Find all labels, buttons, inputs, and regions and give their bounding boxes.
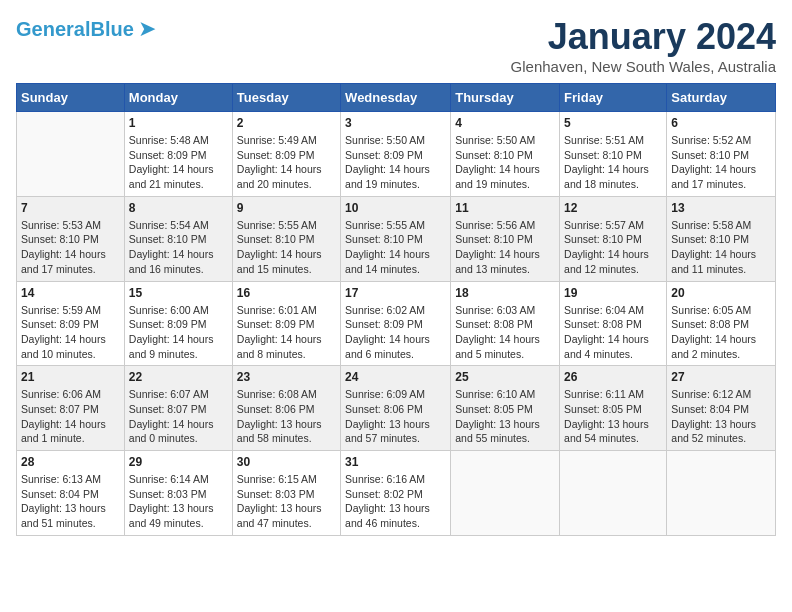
calendar-week-row: 1Sunrise: 5:48 AM Sunset: 8:09 PM Daylig… xyxy=(17,112,776,197)
calendar-cell: 10Sunrise: 5:55 AM Sunset: 8:10 PM Dayli… xyxy=(341,196,451,281)
calendar-cell: 29Sunrise: 6:14 AM Sunset: 8:03 PM Dayli… xyxy=(124,451,232,536)
day-info: Sunrise: 5:50 AM Sunset: 8:10 PM Dayligh… xyxy=(455,133,555,192)
day-number: 30 xyxy=(237,455,336,469)
calendar-week-row: 7Sunrise: 5:53 AM Sunset: 8:10 PM Daylig… xyxy=(17,196,776,281)
header-friday: Friday xyxy=(560,84,667,112)
calendar-cell: 14Sunrise: 5:59 AM Sunset: 8:09 PM Dayli… xyxy=(17,281,125,366)
day-number: 27 xyxy=(671,370,771,384)
day-number: 8 xyxy=(129,201,228,215)
calendar-cell: 18Sunrise: 6:03 AM Sunset: 8:08 PM Dayli… xyxy=(451,281,560,366)
day-info: Sunrise: 6:01 AM Sunset: 8:09 PM Dayligh… xyxy=(237,303,336,362)
calendar-cell: 17Sunrise: 6:02 AM Sunset: 8:09 PM Dayli… xyxy=(341,281,451,366)
page-header: GeneralBlue ➤ January 2024 Glenhaven, Ne… xyxy=(16,16,776,75)
day-info: Sunrise: 6:16 AM Sunset: 8:02 PM Dayligh… xyxy=(345,472,446,531)
day-number: 22 xyxy=(129,370,228,384)
calendar-cell xyxy=(667,451,776,536)
calendar-cell: 27Sunrise: 6:12 AM Sunset: 8:04 PM Dayli… xyxy=(667,366,776,451)
day-number: 11 xyxy=(455,201,555,215)
calendar-header-row: SundayMondayTuesdayWednesdayThursdayFrid… xyxy=(17,84,776,112)
calendar-cell: 28Sunrise: 6:13 AM Sunset: 8:04 PM Dayli… xyxy=(17,451,125,536)
day-info: Sunrise: 5:52 AM Sunset: 8:10 PM Dayligh… xyxy=(671,133,771,192)
calendar-cell: 30Sunrise: 6:15 AM Sunset: 8:03 PM Dayli… xyxy=(232,451,340,536)
calendar-cell: 4Sunrise: 5:50 AM Sunset: 8:10 PM Daylig… xyxy=(451,112,560,197)
day-number: 17 xyxy=(345,286,446,300)
calendar-cell: 20Sunrise: 6:05 AM Sunset: 8:08 PM Dayli… xyxy=(667,281,776,366)
logo-blue: Blue xyxy=(90,18,133,40)
day-info: Sunrise: 6:05 AM Sunset: 8:08 PM Dayligh… xyxy=(671,303,771,362)
day-number: 26 xyxy=(564,370,662,384)
header-tuesday: Tuesday xyxy=(232,84,340,112)
calendar-cell: 11Sunrise: 5:56 AM Sunset: 8:10 PM Dayli… xyxy=(451,196,560,281)
day-info: Sunrise: 5:56 AM Sunset: 8:10 PM Dayligh… xyxy=(455,218,555,277)
day-info: Sunrise: 6:13 AM Sunset: 8:04 PM Dayligh… xyxy=(21,472,120,531)
header-sunday: Sunday xyxy=(17,84,125,112)
location: Glenhaven, New South Wales, Australia xyxy=(511,58,776,75)
day-info: Sunrise: 6:11 AM Sunset: 8:05 PM Dayligh… xyxy=(564,387,662,446)
calendar-cell: 25Sunrise: 6:10 AM Sunset: 8:05 PM Dayli… xyxy=(451,366,560,451)
day-number: 29 xyxy=(129,455,228,469)
day-number: 12 xyxy=(564,201,662,215)
day-number: 6 xyxy=(671,116,771,130)
calendar-week-row: 21Sunrise: 6:06 AM Sunset: 8:07 PM Dayli… xyxy=(17,366,776,451)
calendar-cell xyxy=(560,451,667,536)
calendar-cell: 13Sunrise: 5:58 AM Sunset: 8:10 PM Dayli… xyxy=(667,196,776,281)
bird-icon: ➤ xyxy=(138,16,156,42)
day-info: Sunrise: 6:14 AM Sunset: 8:03 PM Dayligh… xyxy=(129,472,228,531)
day-number: 2 xyxy=(237,116,336,130)
calendar-cell: 16Sunrise: 6:01 AM Sunset: 8:09 PM Dayli… xyxy=(232,281,340,366)
day-info: Sunrise: 6:03 AM Sunset: 8:08 PM Dayligh… xyxy=(455,303,555,362)
header-wednesday: Wednesday xyxy=(341,84,451,112)
calendar-cell: 26Sunrise: 6:11 AM Sunset: 8:05 PM Dayli… xyxy=(560,366,667,451)
day-number: 21 xyxy=(21,370,120,384)
day-info: Sunrise: 6:08 AM Sunset: 8:06 PM Dayligh… xyxy=(237,387,336,446)
day-number: 4 xyxy=(455,116,555,130)
day-info: Sunrise: 5:48 AM Sunset: 8:09 PM Dayligh… xyxy=(129,133,228,192)
header-saturday: Saturday xyxy=(667,84,776,112)
day-number: 16 xyxy=(237,286,336,300)
logo-general: General xyxy=(16,18,90,40)
calendar-cell: 5Sunrise: 5:51 AM Sunset: 8:10 PM Daylig… xyxy=(560,112,667,197)
calendar-week-row: 14Sunrise: 5:59 AM Sunset: 8:09 PM Dayli… xyxy=(17,281,776,366)
day-info: Sunrise: 6:00 AM Sunset: 8:09 PM Dayligh… xyxy=(129,303,228,362)
calendar-cell: 15Sunrise: 6:00 AM Sunset: 8:09 PM Dayli… xyxy=(124,281,232,366)
day-info: Sunrise: 6:07 AM Sunset: 8:07 PM Dayligh… xyxy=(129,387,228,446)
day-info: Sunrise: 6:04 AM Sunset: 8:08 PM Dayligh… xyxy=(564,303,662,362)
calendar-cell: 21Sunrise: 6:06 AM Sunset: 8:07 PM Dayli… xyxy=(17,366,125,451)
day-number: 23 xyxy=(237,370,336,384)
day-info: Sunrise: 5:53 AM Sunset: 8:10 PM Dayligh… xyxy=(21,218,120,277)
day-info: Sunrise: 5:57 AM Sunset: 8:10 PM Dayligh… xyxy=(564,218,662,277)
day-number: 9 xyxy=(237,201,336,215)
day-number: 24 xyxy=(345,370,446,384)
calendar-cell: 19Sunrise: 6:04 AM Sunset: 8:08 PM Dayli… xyxy=(560,281,667,366)
calendar-cell xyxy=(451,451,560,536)
day-info: Sunrise: 6:12 AM Sunset: 8:04 PM Dayligh… xyxy=(671,387,771,446)
calendar-table: SundayMondayTuesdayWednesdayThursdayFrid… xyxy=(16,83,776,536)
header-thursday: Thursday xyxy=(451,84,560,112)
day-info: Sunrise: 6:10 AM Sunset: 8:05 PM Dayligh… xyxy=(455,387,555,446)
calendar-cell: 7Sunrise: 5:53 AM Sunset: 8:10 PM Daylig… xyxy=(17,196,125,281)
day-number: 28 xyxy=(21,455,120,469)
day-info: Sunrise: 6:09 AM Sunset: 8:06 PM Dayligh… xyxy=(345,387,446,446)
day-info: Sunrise: 6:02 AM Sunset: 8:09 PM Dayligh… xyxy=(345,303,446,362)
calendar-cell: 31Sunrise: 6:16 AM Sunset: 8:02 PM Dayli… xyxy=(341,451,451,536)
day-info: Sunrise: 6:06 AM Sunset: 8:07 PM Dayligh… xyxy=(21,387,120,446)
day-number: 20 xyxy=(671,286,771,300)
day-info: Sunrise: 5:50 AM Sunset: 8:09 PM Dayligh… xyxy=(345,133,446,192)
day-info: Sunrise: 5:59 AM Sunset: 8:09 PM Dayligh… xyxy=(21,303,120,362)
calendar-cell: 23Sunrise: 6:08 AM Sunset: 8:06 PM Dayli… xyxy=(232,366,340,451)
day-number: 3 xyxy=(345,116,446,130)
day-number: 1 xyxy=(129,116,228,130)
calendar-week-row: 28Sunrise: 6:13 AM Sunset: 8:04 PM Dayli… xyxy=(17,451,776,536)
day-number: 14 xyxy=(21,286,120,300)
calendar-cell: 8Sunrise: 5:54 AM Sunset: 8:10 PM Daylig… xyxy=(124,196,232,281)
calendar-cell xyxy=(17,112,125,197)
logo: GeneralBlue ➤ xyxy=(16,16,156,42)
day-info: Sunrise: 5:49 AM Sunset: 8:09 PM Dayligh… xyxy=(237,133,336,192)
title-block: January 2024 Glenhaven, New South Wales,… xyxy=(511,16,776,75)
calendar-cell: 2Sunrise: 5:49 AM Sunset: 8:09 PM Daylig… xyxy=(232,112,340,197)
logo-text: GeneralBlue xyxy=(16,18,134,41)
day-number: 31 xyxy=(345,455,446,469)
calendar-cell: 24Sunrise: 6:09 AM Sunset: 8:06 PM Dayli… xyxy=(341,366,451,451)
day-info: Sunrise: 5:58 AM Sunset: 8:10 PM Dayligh… xyxy=(671,218,771,277)
month-year: January 2024 xyxy=(511,16,776,58)
